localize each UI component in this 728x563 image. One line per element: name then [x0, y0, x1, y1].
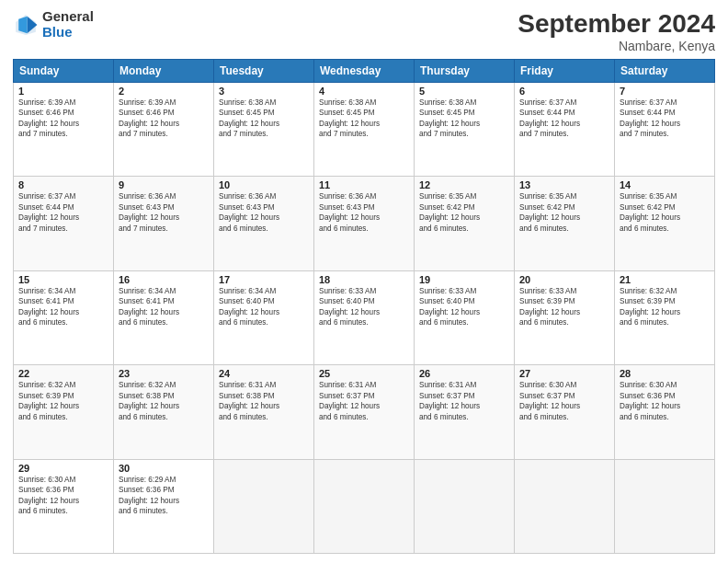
day-info: Sunrise: 6:35 AM Sunset: 6:42 PM Dayligh…	[519, 191, 609, 234]
day-info: Sunrise: 6:34 AM Sunset: 6:41 PM Dayligh…	[18, 286, 108, 328]
day-number: 29	[18, 463, 108, 474]
table-row: 25Sunrise: 6:31 AM Sunset: 6:37 PM Dayli…	[314, 365, 415, 459]
day-number: 18	[319, 274, 409, 285]
table-row: 23Sunrise: 6:32 AM Sunset: 6:38 PM Dayli…	[114, 365, 214, 459]
svg-marker-2	[18, 16, 27, 33]
logo-general: General	[42, 9, 94, 25]
col-wednesday: Wednesday	[314, 60, 415, 83]
day-number: 12	[419, 179, 509, 190]
day-number: 22	[18, 368, 108, 379]
calendar-week-4: 22Sunrise: 6:32 AM Sunset: 6:39 PM Dayli…	[14, 365, 715, 459]
day-number: 1	[18, 86, 108, 97]
logo: General Blue	[13, 9, 94, 40]
day-info: Sunrise: 6:31 AM Sunset: 6:37 PM Dayligh…	[419, 380, 509, 422]
table-row: 8Sunrise: 6:37 AM Sunset: 6:44 PM Daylig…	[14, 177, 114, 270]
day-number: 8	[18, 179, 108, 190]
table-row: 28Sunrise: 6:30 AM Sunset: 6:36 PM Dayli…	[615, 365, 715, 459]
table-row: 20Sunrise: 6:33 AM Sunset: 6:39 PM Dayli…	[515, 270, 615, 364]
table-row	[214, 459, 314, 553]
day-number: 13	[519, 179, 609, 190]
day-info: Sunrise: 6:30 AM Sunset: 6:37 PM Dayligh…	[519, 380, 609, 422]
table-row: 2Sunrise: 6:39 AM Sunset: 6:46 PM Daylig…	[114, 83, 214, 177]
table-row: 26Sunrise: 6:31 AM Sunset: 6:37 PM Dayli…	[415, 365, 515, 459]
day-number: 6	[519, 86, 609, 97]
col-sunday: Sunday	[14, 60, 114, 83]
table-row: 6Sunrise: 6:37 AM Sunset: 6:44 PM Daylig…	[515, 83, 615, 177]
day-number: 17	[219, 274, 309, 285]
table-row: 24Sunrise: 6:31 AM Sunset: 6:38 PM Dayli…	[214, 365, 314, 459]
day-number: 23	[119, 368, 209, 379]
table-row: 12Sunrise: 6:35 AM Sunset: 6:42 PM Dayli…	[415, 177, 515, 270]
table-row: 3Sunrise: 6:38 AM Sunset: 6:45 PM Daylig…	[214, 83, 314, 177]
table-row: 21Sunrise: 6:32 AM Sunset: 6:39 PM Dayli…	[615, 270, 715, 364]
calendar-week-5: 29Sunrise: 6:30 AM Sunset: 6:36 PM Dayli…	[14, 459, 715, 553]
table-row: 4Sunrise: 6:38 AM Sunset: 6:45 PM Daylig…	[314, 83, 415, 177]
day-number: 24	[219, 368, 309, 379]
day-info: Sunrise: 6:32 AM Sunset: 6:39 PM Dayligh…	[620, 286, 710, 328]
day-info: Sunrise: 6:34 AM Sunset: 6:41 PM Dayligh…	[119, 286, 209, 328]
day-info: Sunrise: 6:37 AM Sunset: 6:44 PM Dayligh…	[519, 98, 609, 140]
day-number: 16	[119, 274, 209, 285]
col-monday: Monday	[114, 60, 214, 83]
logo-text: General Blue	[42, 9, 94, 40]
calendar-table: Sunday Monday Tuesday Wednesday Thursday…	[13, 59, 715, 554]
table-row	[415, 459, 515, 553]
table-row: 1Sunrise: 6:39 AM Sunset: 6:46 PM Daylig…	[14, 83, 114, 177]
day-number: 28	[620, 368, 710, 379]
day-info: Sunrise: 6:35 AM Sunset: 6:42 PM Dayligh…	[419, 191, 509, 234]
day-info: Sunrise: 6:29 AM Sunset: 6:36 PM Dayligh…	[119, 475, 209, 517]
day-number: 21	[620, 274, 710, 285]
table-row: 18Sunrise: 6:33 AM Sunset: 6:40 PM Dayli…	[314, 270, 415, 364]
day-info: Sunrise: 6:36 AM Sunset: 6:43 PM Dayligh…	[119, 191, 209, 234]
day-info: Sunrise: 6:32 AM Sunset: 6:39 PM Dayligh…	[18, 380, 108, 422]
col-thursday: Thursday	[415, 60, 515, 83]
day-info: Sunrise: 6:37 AM Sunset: 6:44 PM Dayligh…	[620, 98, 710, 140]
title-block: September 2024 Nambare, Kenya	[518, 9, 715, 53]
table-row: 7Sunrise: 6:37 AM Sunset: 6:44 PM Daylig…	[615, 83, 715, 177]
calendar-week-3: 15Sunrise: 6:34 AM Sunset: 6:41 PM Dayli…	[14, 270, 715, 364]
table-row	[314, 459, 415, 553]
day-number: 10	[219, 179, 309, 190]
calendar-week-1: 1Sunrise: 6:39 AM Sunset: 6:46 PM Daylig…	[14, 83, 715, 177]
table-row: 14Sunrise: 6:35 AM Sunset: 6:42 PM Dayli…	[615, 177, 715, 270]
table-row: 17Sunrise: 6:34 AM Sunset: 6:40 PM Dayli…	[214, 270, 314, 364]
day-number: 15	[18, 274, 108, 285]
day-info: Sunrise: 6:33 AM Sunset: 6:40 PM Dayligh…	[319, 286, 409, 328]
table-row: 15Sunrise: 6:34 AM Sunset: 6:41 PM Dayli…	[14, 270, 114, 364]
table-row: 16Sunrise: 6:34 AM Sunset: 6:41 PM Dayli…	[114, 270, 214, 364]
day-number: 4	[319, 86, 409, 97]
calendar-week-2: 8Sunrise: 6:37 AM Sunset: 6:44 PM Daylig…	[14, 177, 715, 270]
day-number: 25	[319, 368, 409, 379]
day-info: Sunrise: 6:38 AM Sunset: 6:45 PM Dayligh…	[319, 98, 409, 140]
table-row: 27Sunrise: 6:30 AM Sunset: 6:37 PM Dayli…	[515, 365, 615, 459]
day-info: Sunrise: 6:31 AM Sunset: 6:38 PM Dayligh…	[219, 380, 309, 422]
day-info: Sunrise: 6:33 AM Sunset: 6:39 PM Dayligh…	[519, 286, 609, 328]
day-info: Sunrise: 6:35 AM Sunset: 6:42 PM Dayligh…	[620, 191, 710, 234]
day-info: Sunrise: 6:37 AM Sunset: 6:44 PM Dayligh…	[18, 191, 108, 234]
day-number: 11	[319, 179, 409, 190]
day-info: Sunrise: 6:34 AM Sunset: 6:40 PM Dayligh…	[219, 286, 309, 328]
day-number: 9	[119, 179, 209, 190]
day-number: 20	[519, 274, 609, 285]
col-tuesday: Tuesday	[214, 60, 314, 83]
logo-blue: Blue	[42, 25, 94, 40]
day-info: Sunrise: 6:31 AM Sunset: 6:37 PM Dayligh…	[319, 380, 409, 422]
table-row: 11Sunrise: 6:36 AM Sunset: 6:43 PM Dayli…	[314, 177, 415, 270]
col-saturday: Saturday	[615, 60, 715, 83]
day-info: Sunrise: 6:32 AM Sunset: 6:38 PM Dayligh…	[119, 380, 209, 422]
day-number: 2	[119, 86, 209, 97]
day-info: Sunrise: 6:30 AM Sunset: 6:36 PM Dayligh…	[620, 380, 710, 422]
table-row: 13Sunrise: 6:35 AM Sunset: 6:42 PM Dayli…	[515, 177, 615, 270]
location: Nambare, Kenya	[518, 39, 715, 53]
day-info: Sunrise: 6:39 AM Sunset: 6:46 PM Dayligh…	[18, 98, 108, 140]
table-row: 9Sunrise: 6:36 AM Sunset: 6:43 PM Daylig…	[114, 177, 214, 270]
day-number: 3	[219, 86, 309, 97]
day-number: 19	[419, 274, 509, 285]
table-row: 10Sunrise: 6:36 AM Sunset: 6:43 PM Dayli…	[214, 177, 314, 270]
col-friday: Friday	[515, 60, 615, 83]
table-row: 22Sunrise: 6:32 AM Sunset: 6:39 PM Dayli…	[14, 365, 114, 459]
page: General Blue September 2024 Nambare, Ken…	[0, 0, 728, 563]
table-row	[515, 459, 615, 553]
day-number: 7	[620, 86, 710, 97]
table-row: 19Sunrise: 6:33 AM Sunset: 6:40 PM Dayli…	[415, 270, 515, 364]
